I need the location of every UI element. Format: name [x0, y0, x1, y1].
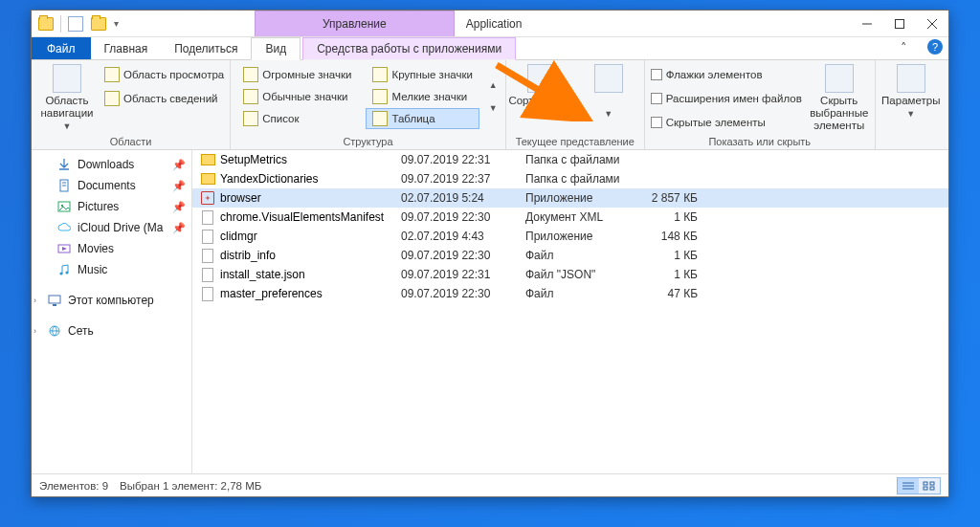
grouping-button[interactable]: . ▼ — [579, 64, 638, 120]
normal-icons-icon — [243, 89, 258, 104]
item-checkboxes-toggle[interactable]: Флажки элементов — [651, 64, 802, 85]
svg-rect-20 — [930, 482, 934, 485]
hide-selected-button[interactable]: Скрыть выбранные элементы — [810, 64, 869, 133]
hide-selected-icon — [825, 64, 854, 93]
file-list[interactable]: SetupMetrics09.07.2019 22:31Папка с файл… — [192, 150, 948, 473]
svg-rect-22 — [930, 487, 934, 490]
details-view-icon[interactable] — [898, 478, 919, 494]
view-table[interactable]: Таблица — [366, 108, 479, 129]
minimize-button[interactable] — [851, 13, 883, 34]
navigation-pane-button[interactable]: Область навигации ▼ — [37, 64, 97, 132]
qat-dropdown-icon[interactable]: ▾ — [111, 15, 121, 33]
file-date: 09.07.2019 22:30 — [401, 287, 525, 300]
file-icon — [200, 229, 215, 244]
file-icon — [200, 209, 215, 225]
tab-view[interactable]: Вид — [251, 37, 301, 60]
views-scroll-down-icon[interactable]: ▼ — [489, 103, 498, 113]
music-icon — [56, 262, 72, 277]
ribbon: Область навигации ▼ Область просмотра Об… — [32, 60, 948, 150]
group-label-current-view: Текущее представление — [512, 134, 638, 147]
nav-pictures[interactable]: Pictures📌 — [32, 196, 191, 217]
file-row[interactable]: chrome.VisualElementsManifest09.07.2019 … — [192, 208, 948, 227]
file-icon — [200, 286, 215, 301]
maximize-button[interactable] — [883, 13, 916, 34]
minimize-ribbon-icon[interactable]: ˄ — [901, 40, 918, 55]
file-row[interactable]: browser02.07.2019 5:24Приложение2 857 КБ — [192, 188, 948, 208]
tab-share[interactable]: Поделиться — [161, 37, 251, 59]
file-name: YandexDictionaries — [200, 171, 401, 187]
file-type: Файл "JSON" — [525, 268, 640, 281]
view-huge-icons[interactable]: Огромные значки — [236, 64, 358, 85]
qat-properties-icon[interactable] — [65, 13, 86, 34]
nav-documents[interactable]: Documents📌 — [32, 175, 191, 196]
navigation-pane: Downloads📌 Documents📌 Pictures📌 iCloud D… — [32, 150, 192, 473]
documents-icon — [56, 178, 72, 193]
qat-separator — [60, 15, 61, 33]
file-name: chrome.VisualElementsManifest — [200, 209, 401, 225]
window-title: Application — [455, 17, 851, 31]
file-row[interactable]: distrib_info09.07.2019 22:30Файл1 КБ — [192, 246, 948, 265]
pin-icon: 📌 — [172, 159, 186, 171]
expand-icon[interactable]: › — [33, 326, 36, 336]
sort-button[interactable]: Сортировать ▼ — [512, 64, 571, 120]
file-date: 09.07.2019 22:37 — [401, 172, 525, 186]
filename-extensions-toggle[interactable]: Расширения имен файлов — [651, 88, 802, 109]
file-date: 09.07.2019 22:31 — [401, 268, 525, 281]
tab-app-tools[interactable]: Средства работы с приложениями — [302, 37, 516, 60]
qat-newfolder-icon[interactable] — [88, 13, 109, 34]
group-label-show-hide: Показать или скрыть — [651, 134, 869, 147]
nav-icloud[interactable]: iCloud Drive (Ma📌 — [32, 217, 191, 238]
file-size: 1 КБ — [640, 210, 698, 224]
close-button[interactable] — [916, 13, 948, 34]
file-type: Папка с файлами — [525, 172, 640, 186]
file-date: 02.07.2019 4:43 — [401, 230, 525, 243]
pin-icon: 📌 — [172, 222, 186, 234]
hidden-items-toggle[interactable]: Скрытые элементы — [651, 112, 802, 133]
group-label-structure: Структура — [236, 134, 500, 147]
view-list[interactable]: Список — [236, 108, 358, 129]
file-type: Документ XML — [525, 210, 640, 224]
file-type: Приложение — [525, 230, 640, 243]
contextual-group-label: Управление — [255, 11, 455, 36]
nav-this-pc[interactable]: › Этот компьютер — [32, 290, 191, 311]
quick-access-toolbar: ▾ — [32, 13, 121, 34]
file-size: 2 857 КБ — [640, 191, 698, 205]
file-row[interactable]: install_state.json09.07.2019 22:31Файл "… — [192, 265, 948, 284]
nav-network[interactable]: › Сеть — [32, 320, 191, 341]
svg-rect-13 — [49, 296, 60, 303]
file-name: install_state.json — [200, 267, 401, 282]
network-icon — [47, 323, 62, 339]
thumbnails-view-icon[interactable] — [919, 478, 940, 494]
view-small-icons[interactable]: Мелкие значки — [366, 86, 479, 107]
svg-point-12 — [65, 271, 68, 274]
expand-icon[interactable]: › — [33, 296, 36, 305]
file-size: 148 КБ — [640, 230, 698, 243]
preview-pane-button[interactable]: Область просмотра — [104, 64, 224, 85]
file-row[interactable]: SetupMetrics09.07.2019 22:31Папка с файл… — [192, 150, 948, 169]
file-type: Приложение — [525, 191, 640, 205]
nav-downloads[interactable]: Downloads📌 — [32, 154, 191, 175]
file-row[interactable]: clidmgr02.07.2019 4:43Приложение148 КБ — [192, 227, 948, 246]
view-big-icons[interactable]: Крупные значки — [366, 64, 479, 85]
folder-icon — [35, 13, 56, 34]
views-scroll-up-icon[interactable]: ▲ — [489, 80, 498, 90]
help-icon[interactable]: ? — [927, 39, 943, 55]
file-type: Файл — [525, 287, 640, 300]
view-mode-switch[interactable] — [897, 477, 941, 494]
nav-movies[interactable]: Movies — [32, 238, 191, 259]
nav-music[interactable]: Music — [32, 259, 191, 280]
table-icon — [372, 111, 388, 126]
file-row[interactable]: YandexDictionaries09.07.2019 22:37Папка … — [192, 169, 948, 188]
tab-home[interactable]: Главная — [91, 37, 162, 59]
view-normal-icons[interactable]: Обычные значки — [236, 86, 358, 107]
file-icon — [200, 248, 215, 263]
options-icon — [897, 64, 925, 93]
status-bar: Элементов: 9 Выбран 1 элемент: 2,78 МБ — [32, 473, 948, 496]
svg-rect-19 — [924, 482, 927, 485]
options-button[interactable]: Параметры ▼ — [881, 64, 941, 120]
pictures-icon — [56, 199, 72, 214]
chevron-down-icon: ▼ — [537, 109, 546, 119]
details-pane-button[interactable]: Область сведений — [104, 88, 224, 109]
tab-file[interactable]: Файл — [32, 37, 91, 59]
file-row[interactable]: master_preferences09.07.2019 22:30Файл47… — [192, 284, 948, 303]
